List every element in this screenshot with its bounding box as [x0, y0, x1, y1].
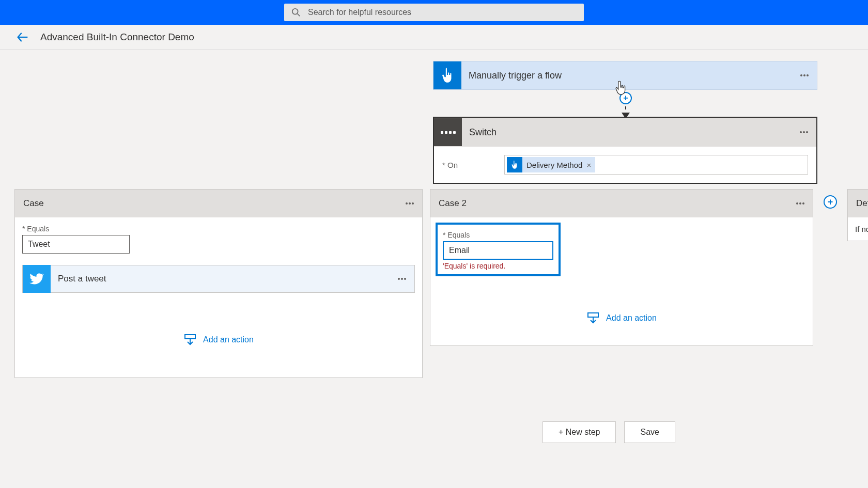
search-input[interactable]	[308, 8, 577, 17]
case1-equals-input[interactable]	[22, 235, 130, 254]
case1-header: Case	[15, 190, 422, 217]
connector-arrow-stem	[625, 106, 626, 109]
default-case-card[interactable]: Default If no	[847, 189, 868, 241]
case2-error-text: 'Equals' is required.	[443, 262, 553, 270]
svg-line-1	[298, 14, 300, 17]
case2-add-action-button[interactable]: Add an action	[438, 312, 805, 324]
case1-add-action-label: Add an action	[203, 335, 254, 344]
trigger-title: Manually trigger a flow	[461, 70, 800, 81]
case2-header: Case 2	[430, 190, 813, 217]
case2-add-action-label: Add an action	[606, 313, 657, 323]
switch-icon	[434, 118, 462, 146]
post-tweet-action[interactable]: Post a tweet	[22, 265, 415, 293]
add-action-icon	[183, 334, 197, 345]
svg-rect-5	[588, 313, 598, 317]
connector: +	[619, 92, 632, 119]
switch-on-input[interactable]: Delivery Method ×	[504, 155, 808, 175]
case1-add-action-button[interactable]: Add an action	[22, 334, 415, 345]
default-body-text: If no	[848, 217, 868, 241]
case2-body: Equals 'Equals' is required. Add an acti…	[430, 217, 813, 336]
switch-header: Switch	[434, 118, 816, 147]
case2-menu-button[interactable]	[796, 202, 804, 204]
case1-menu-button[interactable]	[406, 202, 414, 204]
default-title: Default	[856, 198, 868, 209]
case1-equals-label: Equals	[22, 225, 415, 233]
manual-trigger-token-icon	[507, 157, 522, 172]
back-arrow-icon[interactable]	[16, 30, 30, 44]
breadcrumb-bar: Advanced Built-In Connector Demo	[0, 25, 868, 50]
case2-title: Case 2	[439, 198, 796, 209]
default-header: Default	[848, 190, 868, 217]
switch-on-label: On	[442, 161, 499, 169]
add-action-icon	[586, 312, 600, 324]
case2-equals-input[interactable]	[443, 241, 553, 260]
search-icon	[291, 8, 301, 17]
page-title: Advanced Built-In Connector Demo	[40, 32, 194, 43]
search-box[interactable]	[284, 4, 584, 21]
case1-title: Case	[23, 198, 406, 209]
top-bar	[0, 0, 868, 25]
manual-trigger-icon	[433, 61, 461, 89]
case1-body: Equals Post a tweet Add an action	[15, 217, 422, 358]
post-tweet-title: Post a tweet	[51, 274, 398, 284]
switch-title: Switch	[462, 127, 800, 138]
switch-body: On Delivery Method ×	[434, 147, 816, 183]
case-card-1[interactable]: Case Equals Post a tweet Add an action	[14, 189, 423, 378]
new-step-button[interactable]: + New step	[542, 421, 616, 443]
switch-menu-button[interactable]	[800, 131, 808, 133]
switch-card[interactable]: Switch On Delivery Method ×	[433, 117, 817, 184]
svg-rect-3	[185, 335, 195, 339]
footer-buttons: + New step Save	[542, 421, 675, 443]
token-label: Delivery Method	[526, 161, 582, 169]
twitter-icon	[23, 265, 51, 293]
add-case-button[interactable]: +	[824, 195, 837, 209]
save-button[interactable]: Save	[624, 421, 675, 443]
flow-canvas: Manually trigger a flow + Switch On	[0, 50, 868, 488]
svg-point-0	[292, 9, 298, 14]
mouse-cursor-icon	[615, 81, 626, 95]
case2-equals-label: Equals	[443, 231, 553, 239]
post-tweet-menu-button[interactable]	[398, 278, 406, 280]
delivery-method-token[interactable]: Delivery Method ×	[507, 157, 595, 172]
case2-equals-highlight: Equals 'Equals' is required.	[436, 223, 561, 276]
token-remove-button[interactable]: ×	[586, 161, 591, 169]
case-card-2[interactable]: Case 2 Equals 'Equals' is required. Add …	[430, 189, 813, 346]
trigger-menu-button[interactable]	[800, 74, 809, 76]
